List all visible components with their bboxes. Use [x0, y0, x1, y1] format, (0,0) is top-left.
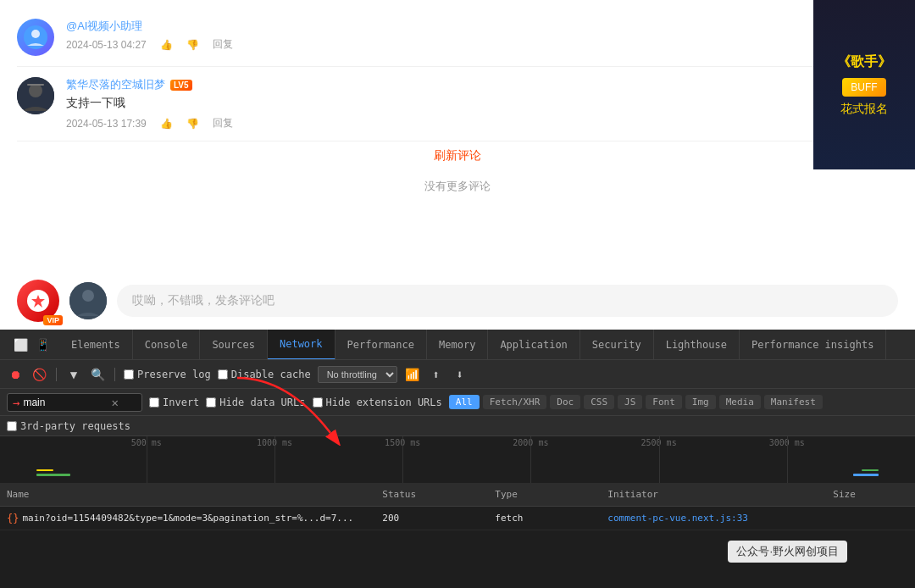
tab-performance[interactable]: Performance — [336, 330, 427, 360]
col-header-type: Type — [495, 489, 607, 500]
clear-btn[interactable]: 🚫 — [30, 366, 47, 383]
filter-tag-manifest[interactable]: Manifest — [764, 395, 823, 409]
table-header: Name Status Type Initiator Size — [0, 483, 915, 507]
filter-input-wrap: → ✕ — [7, 393, 142, 412]
banner-register[interactable]: 花式报名 — [840, 102, 888, 117]
comment-body: @AI视频小助理 2024-05-13 04:27 👍 👎 回复 — [66, 19, 898, 52]
third-party-input[interactable] — [7, 421, 17, 431]
filter-tag-font[interactable]: Font — [646, 395, 682, 409]
watermark-text: 公众号·野火网创项目 — [736, 545, 839, 557]
svg-point-7 — [82, 290, 94, 302]
tab-sources[interactable]: Sources — [200, 330, 268, 360]
preserve-log-checkbox[interactable]: Preserve log — [124, 369, 211, 380]
timeline-bar — [853, 474, 879, 476]
tab-lighthouse[interactable]: Lighthouse — [654, 330, 740, 360]
tab-memory-label: Memory — [439, 339, 475, 351]
download-icon[interactable]: ⬇ — [452, 366, 469, 383]
device-icon[interactable]: 📱 — [32, 335, 53, 355]
tab-memory[interactable]: Memory — [427, 330, 488, 360]
comment-username: @AI视频小助理 — [66, 19, 898, 34]
col-header-name: Name — [7, 489, 382, 500]
hide-data-urls-input[interactable] — [206, 397, 216, 408]
vip-icon — [27, 290, 49, 312]
timeline-tick-2500 — [659, 436, 660, 483]
inspect-icon[interactable]: ⬜ — [10, 335, 30, 355]
devtools-tabs: ⬜ 📱 Elements Console Sources Network Per… — [0, 330, 915, 360]
timeline-bar — [36, 469, 53, 471]
col-header-size: Size — [833, 489, 908, 500]
hide-extension-urls-input[interactable] — [313, 397, 323, 408]
search-icon[interactable]: 🔍 — [89, 366, 106, 383]
comment-item: @AI视频小助理 2024-05-13 04:27 👍 👎 回复 — [17, 8, 898, 67]
comment-date: 2024-05-13 17:39 — [66, 118, 147, 130]
tab-sources-label: Sources — [212, 339, 255, 351]
filter-tag-img[interactable]: Img — [685, 395, 716, 409]
devtools-icon-tabs: ⬜ 📱 — [3, 335, 59, 355]
preserve-log-label: Preserve log — [137, 369, 211, 380]
tab-console[interactable]: Console — [133, 330, 201, 360]
tab-performance-insights-label: Performance insights — [751, 339, 874, 351]
comment-username: 繁华尽落的空城旧梦 LV5 — [66, 77, 898, 92]
devtools-filter: → ✕ Invert Hide data URLs Hide extension… — [0, 389, 915, 416]
like-btn[interactable]: 👍 — [160, 118, 173, 130]
main-content: 《歌手》 BUFF 花式报名 @AI视频小助理 2024-05-13 04:27 — [0, 0, 915, 330]
invert-checkbox[interactable]: Invert — [149, 397, 199, 408]
filter-tag-css[interactable]: CSS — [584, 395, 614, 409]
filter-tag-fetch-xhr[interactable]: Fetch/XHR — [483, 395, 547, 409]
refresh-comments-btn[interactable]: 刷新评论 — [17, 141, 898, 170]
tab-performance-label: Performance — [347, 339, 414, 351]
record-btn[interactable]: ⏺ — [7, 366, 24, 383]
reply-btn[interactable]: 回复 — [213, 116, 233, 130]
comment-date: 2024-05-13 04:27 — [66, 39, 147, 51]
invert-input[interactable] — [149, 397, 159, 408]
svg-point-1 — [31, 30, 40, 38]
filter-tag-doc[interactable]: Doc — [550, 395, 580, 409]
svg-marker-5 — [31, 295, 45, 308]
filter-tag-js[interactable]: JS — [618, 395, 642, 409]
timeline-tick-1500 — [402, 436, 403, 483]
preserve-log-input[interactable] — [124, 369, 134, 380]
hide-extension-urls-checkbox[interactable]: Hide extension URLs — [313, 397, 442, 408]
disable-cache-checkbox[interactable]: Disable cache — [218, 369, 311, 380]
table-row[interactable]: {} main?oid=1154409482&type=1&mode=3&pag… — [0, 507, 915, 530]
filter-tag-all[interactable]: All — [449, 395, 480, 409]
dislike-btn[interactable]: 👎 — [186, 39, 199, 51]
cell-name: {} main?oid=1154409482&type=1&mode=3&pag… — [7, 513, 382, 524]
comment-text: 支持一下哦 — [66, 96, 898, 111]
tab-network[interactable]: Network — [268, 330, 336, 360]
upload-icon[interactable]: ⬆ — [428, 366, 445, 383]
disable-cache-input[interactable] — [218, 369, 228, 380]
reply-btn[interactable]: 回复 — [213, 37, 233, 52]
filter-input[interactable] — [23, 397, 108, 408]
tab-performance-insights[interactable]: Performance insights — [740, 330, 887, 360]
tab-elements[interactable]: Elements — [59, 330, 133, 360]
banner-title: 《歌手》 — [837, 53, 891, 71]
timeline: 500 ms 1000 ms 1500 ms 2000 ms 2500 ms 3… — [0, 436, 915, 483]
svg-rect-4 — [27, 84, 44, 86]
filter-icon[interactable]: ▼ — [65, 366, 82, 383]
vip-label: VIP — [43, 315, 63, 325]
tab-application[interactable]: Application — [488, 330, 580, 360]
cell-status: 200 — [382, 513, 495, 524]
tab-security[interactable]: Security — [580, 330, 654, 360]
col-header-status: Status — [382, 489, 495, 500]
like-btn[interactable]: 👍 — [160, 39, 173, 51]
tab-application-label: Application — [500, 339, 567, 351]
devtools-toolbar: ⏺ 🚫 ▼ 🔍 Preserve log Disable cache No th… — [0, 360, 915, 389]
timeline-tick-3000 — [787, 436, 788, 483]
cell-type: fetch — [495, 513, 607, 524]
filter-tags: All Fetch/XHR Doc CSS JS Font Img Media … — [449, 395, 823, 409]
filter-tag-media[interactable]: Media — [719, 395, 761, 409]
throttle-select[interactable]: No throttling — [318, 366, 397, 383]
filter-clear-btn[interactable]: ✕ — [111, 396, 118, 409]
third-party-checkbox[interactable]: 3rd-party requests — [7, 420, 130, 432]
wifi-icon[interactable]: 📶 — [404, 366, 421, 383]
dislike-btn[interactable]: 👎 — [186, 118, 199, 130]
comment-body: 繁华尽落的空城旧梦 LV5 支持一下哦 2024-05-13 17:39 👍 👎… — [66, 77, 898, 130]
tab-security-label: Security — [592, 339, 641, 351]
timeline-tick-2000 — [530, 436, 531, 483]
comment-meta: 2024-05-13 17:39 👍 👎 回复 — [66, 116, 898, 130]
hide-data-urls-checkbox[interactable]: Hide data URLs — [206, 397, 305, 408]
comment-input-area: VIP 哎呦，不错哦，发条评论吧 — [0, 271, 915, 330]
comment-input[interactable]: 哎呦，不错哦，发条评论吧 — [117, 285, 898, 317]
